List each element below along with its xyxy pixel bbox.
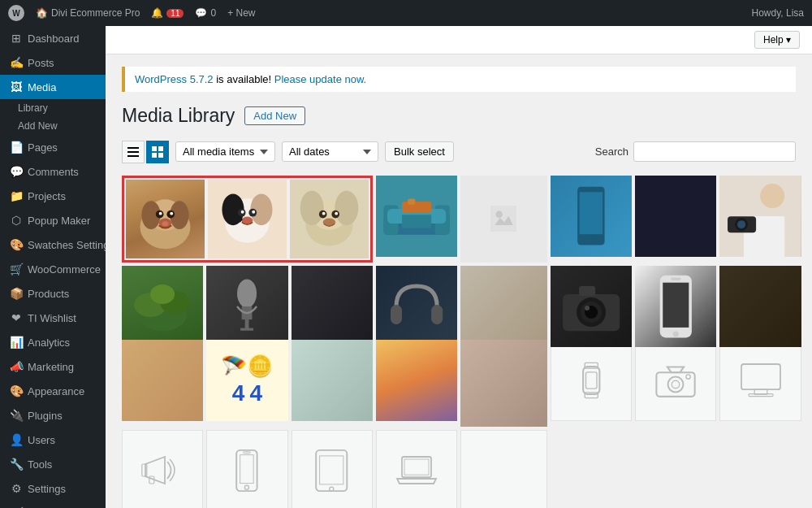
media-item[interactable]	[376, 266, 457, 347]
media-item-icon-monitor[interactable]	[719, 340, 801, 421]
media-item[interactable]	[635, 176, 716, 257]
sidebar-item-library[interactable]: Library	[0, 99, 106, 117]
content-area: Help ▾ WordPress 5.7.2 is available! Ple…	[106, 26, 812, 508]
new-content-link[interactable]: + New	[227, 7, 255, 19]
site-name-link[interactable]: 🏠 Divi Ecommerce Pro	[36, 7, 140, 19]
media-item[interactable]	[292, 266, 373, 347]
date-filter[interactable]: All dates January 2021 February 2021	[282, 141, 378, 162]
sidebar-item-projects[interactable]: 📁 Projects	[0, 184, 106, 208]
sidebar-item-media[interactable]: 🖼 Media	[0, 75, 106, 99]
sidebar-item-woocommerce[interactable]: 🛒 WooCommerce	[0, 257, 106, 281]
sidebar-item-side-cart[interactable]: 🛒 Side Cart	[0, 501, 106, 508]
media-item-icon-camera[interactable]	[635, 340, 716, 421]
sidebar-item-analytics[interactable]: 📊 Analytics	[0, 330, 106, 354]
sidebar-item-appearance[interactable]: 🎨 Appearance	[0, 379, 106, 403]
media-item[interactable]	[122, 266, 203, 347]
notifications-link[interactable]: 🔔 11	[151, 7, 184, 19]
sidebar-item-tools[interactable]: 🔧 Tools	[0, 452, 106, 476]
media-item[interactable]	[290, 180, 369, 258]
help-button[interactable]: Help ▾	[754, 31, 800, 49]
sidebar-label-pages: Pages	[28, 141, 58, 154]
media-item[interactable]	[719, 266, 801, 347]
media-item-icon-laptop[interactable]	[376, 430, 457, 508]
sidebar-item-posts[interactable]: ✍ Posts	[0, 50, 106, 75]
svg-point-32	[300, 190, 323, 225]
sofa-illustration	[380, 187, 453, 245]
media-item-empty[interactable]	[460, 430, 547, 508]
sidebar-item-add-new[interactable]: Add New	[0, 117, 106, 135]
grid-view-button[interactable]	[146, 141, 169, 163]
site-name: Divi Ecommerce Pro	[51, 7, 140, 19]
media-item[interactable]	[126, 180, 205, 258]
svg-rect-95	[317, 450, 348, 491]
media-item[interactable]	[376, 340, 457, 421]
sidebar-label-media: Media	[28, 81, 56, 93]
search-input[interactable]	[633, 141, 796, 162]
sidebar-label-appearance: Appearance	[28, 385, 84, 397]
media-item[interactable]	[551, 176, 632, 257]
sidebar-item-plugins[interactable]: 🔌 Plugins	[0, 403, 106, 428]
media-item-icon-tablet[interactable]	[292, 430, 373, 508]
media-item[interactable]	[376, 176, 457, 257]
update-now-link[interactable]: Please update now.	[274, 73, 366, 85]
list-view-button[interactable]	[122, 141, 145, 163]
bulk-select-button[interactable]: Bulk select	[385, 141, 454, 162]
media-item-placeholder[interactable]	[460, 176, 547, 263]
svg-rect-96	[320, 456, 343, 484]
sidebar-item-marketing[interactable]: 📣 Marketing	[0, 354, 106, 379]
media-item[interactable]	[551, 266, 632, 347]
media-item[interactable]	[635, 266, 716, 347]
svg-point-50	[589, 239, 594, 245]
media-item-icon-megaphone[interactable]	[122, 430, 203, 508]
sidebar: ⊞ Dashboard ✍ Posts 🖼 Media Library Add …	[0, 26, 106, 508]
sidebar-label-popup-maker: Popup Maker	[28, 215, 90, 227]
media-item[interactable]	[460, 340, 547, 427]
media-grid: 🪂🪙 4 4	[122, 176, 796, 508]
media-item[interactable]	[206, 266, 287, 347]
dog2-illustration	[208, 180, 287, 258]
media-item[interactable]	[292, 340, 373, 421]
media-item[interactable]	[208, 180, 287, 258]
page-title-row: Media Library Add New	[122, 104, 796, 128]
svg-point-57	[737, 220, 745, 228]
svg-point-26	[252, 211, 255, 214]
svg-point-62	[237, 279, 257, 307]
howdy-text: Howdy, Lisa	[752, 7, 804, 19]
swatches-icon: 🎨	[10, 238, 23, 251]
media-item[interactable]	[719, 176, 801, 257]
media-item[interactable]	[122, 340, 203, 421]
sidebar-label-tools: Tools	[28, 458, 52, 471]
media-icon: 🖼	[10, 80, 23, 93]
sidebar-item-users[interactable]: 👤 Users	[0, 428, 106, 452]
sidebar-item-settings[interactable]: ⚙ Settings	[0, 476, 106, 501]
sidebar-item-products[interactable]: 📦 Products	[0, 281, 106, 306]
svg-rect-4	[158, 146, 163, 151]
new-label: + New	[227, 7, 255, 19]
media-item-icon-mobile[interactable]	[206, 430, 287, 508]
wp-logo-link[interactable]: W	[8, 5, 24, 21]
media-item[interactable]: 🪂🪙 4 4	[206, 340, 287, 421]
camera-man-illustration	[719, 176, 801, 257]
add-new-button[interactable]: Add New	[244, 106, 305, 125]
svg-rect-64	[245, 319, 249, 329]
update-notice: WordPress 5.7.2 is available! Please upd…	[122, 67, 796, 92]
home-icon: 🏠	[36, 7, 48, 19]
list-icon	[127, 146, 139, 158]
sidebar-item-comments[interactable]: 💬 Comments	[0, 159, 106, 184]
sidebar-label-posts: Posts	[28, 57, 54, 69]
media-type-filter[interactable]: All media items Images Audio Video Docum…	[175, 141, 275, 162]
monitor-icon	[739, 362, 783, 398]
svg-point-77	[673, 331, 679, 336]
svg-rect-67	[431, 305, 443, 324]
sidebar-item-ti-wishlist[interactable]: ❤ TI Wishlist	[0, 306, 106, 330]
svg-rect-0	[127, 147, 139, 149]
mobile-illustration	[658, 274, 694, 339]
sidebar-item-swatches[interactable]: 🎨 Swatches Settings	[0, 232, 106, 257]
comments-link[interactable]: 💬 0	[195, 7, 216, 19]
media-item-icon-watch[interactable]	[551, 340, 632, 421]
sidebar-item-pages[interactable]: 📄 Pages	[0, 135, 106, 159]
sidebar-item-popup-maker[interactable]: ⬡ Popup Maker	[0, 208, 106, 232]
sidebar-item-dashboard[interactable]: ⊞ Dashboard	[0, 26, 106, 50]
svg-point-83	[668, 376, 684, 392]
wp-version-link[interactable]: WordPress 5.7.2	[135, 73, 214, 85]
